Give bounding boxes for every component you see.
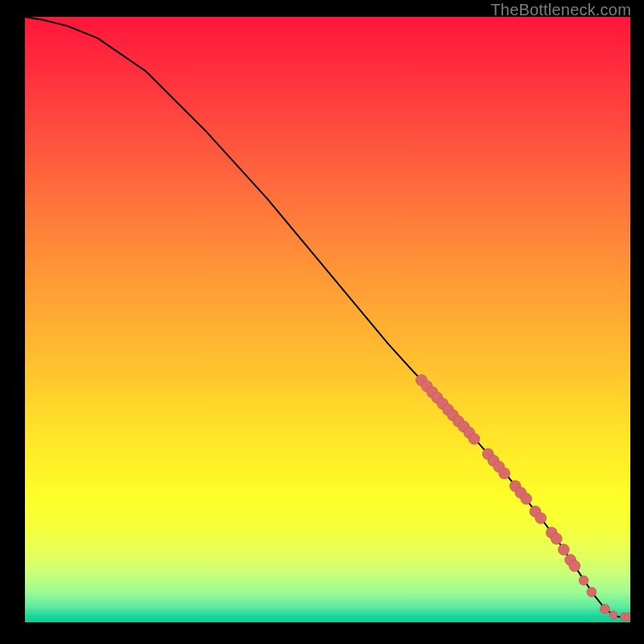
data-marker [469,433,480,444]
data-marker [535,513,547,524]
data-marker [625,613,630,621]
marker-group [416,374,630,621]
data-marker [558,544,569,555]
curve-line [25,17,630,617]
data-marker [569,560,580,572]
plot-area [25,17,630,622]
data-marker [499,468,510,479]
data-marker [521,493,532,505]
chart-svg [25,17,630,622]
data-marker [587,587,597,597]
data-marker [600,604,609,613]
chart-stage: TheBottleneck.com [0,0,644,644]
data-marker [609,611,617,619]
data-marker [579,576,588,585]
data-marker [551,533,562,544]
